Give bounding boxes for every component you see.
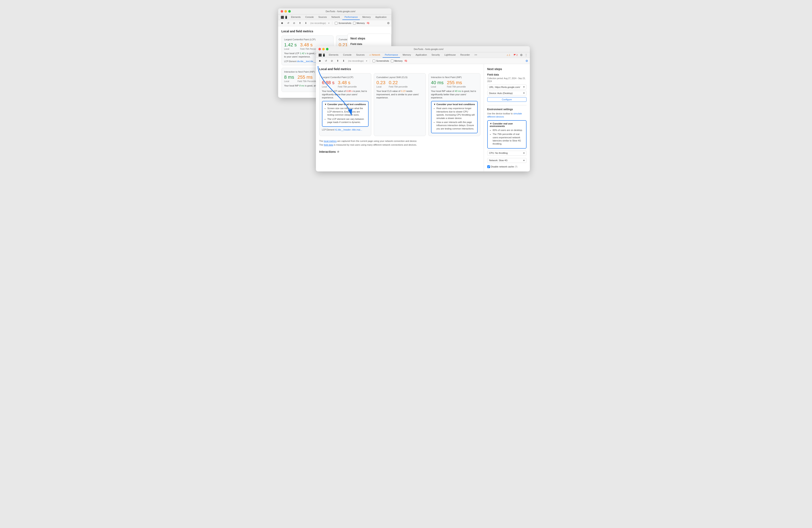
tab-network-front[interactable]: ⚠ Network (367, 52, 382, 58)
memory-input-back[interactable] (353, 22, 356, 25)
front-cls-field-label: Field 75th percentile (389, 86, 408, 88)
memory-checkbox-back[interactable]: Memory (353, 22, 365, 25)
front-inp-card-title: Interaction to Next Paint (INP) (431, 76, 478, 79)
screenshots-input-back[interactable] (335, 22, 337, 25)
front-inp-consider-box: ▼ Consider your local test conditions Re… (431, 101, 478, 133)
tab-sources-back[interactable]: Sources (316, 14, 329, 20)
front-lcp-desc: Your local LCP value of 6.88 s is poor, … (322, 90, 368, 99)
front-cls-local-value: 0.23 (377, 80, 386, 85)
back-lcp-local-group: 1.42 s Local (284, 42, 297, 50)
tab-console-front[interactable]: Console (341, 52, 353, 58)
maximize-button-back[interactable] (288, 10, 291, 13)
front-network-row: Network: Slow 4G ▾ (487, 158, 526, 164)
tab-lighthouse-front[interactable]: Lighthouse (443, 52, 458, 58)
back-inp-desc-value: 8 ms (299, 84, 304, 87)
dropdown-arrow-front[interactable]: ▾ (366, 60, 367, 62)
minimize-button-back[interactable] (285, 10, 287, 13)
tab-security-back[interactable]: Security (389, 14, 391, 20)
maximize-button-front[interactable] (326, 48, 329, 51)
front-field-data-title: Field data (487, 73, 526, 76)
front-lcp-element-link[interactable]: h1.tile__header--title.mai... (335, 128, 362, 131)
clear-btn-back[interactable]: ⊘ (292, 21, 296, 25)
separator-front (370, 59, 370, 62)
tab-badges-front: ⚠ 1 🚩 2 ⚙ ⋮ (506, 53, 528, 57)
refresh-btn-front[interactable]: ↺ (324, 59, 328, 63)
front-field-data-period: Collection period: Aug 27, 2024 - Sep 23… (487, 77, 526, 83)
tab-more-front[interactable]: >> (473, 52, 479, 58)
tab-memory-front[interactable]: Memory (401, 52, 413, 58)
front-env-desc: Use the device toolbar to simulate diffe… (487, 112, 526, 118)
front-inp-consider-list: Real users may experience longer interac… (434, 107, 475, 130)
front-lcp-desc-value: 6.88 s (346, 90, 353, 92)
back-field-data-title: Field data (350, 43, 388, 45)
upload-btn-back[interactable]: ⬆ (298, 21, 302, 25)
field-data-link[interactable]: field data (324, 144, 333, 146)
record-btn-back[interactable]: ⏺ (280, 21, 285, 25)
upload-btn-front[interactable]: ⬆ (336, 59, 340, 63)
front-metrics-grid: Largest Contentful Paint (LCP) 6.88 s Lo… (319, 73, 480, 136)
perf-settings-back[interactable]: ⚙ (387, 22, 390, 25)
screenshots-input-front[interactable] (373, 60, 375, 62)
front-cpu-row: CPU: No throttling ▾ (487, 151, 526, 157)
tab-sources-front[interactable]: Sources (354, 52, 367, 58)
tab-recorder-front[interactable]: Recorder (458, 52, 472, 58)
memory-input-front[interactable] (391, 60, 393, 62)
close-button-front[interactable] (318, 48, 321, 51)
front-device-dropdown[interactable]: Device: Auto (Desktop) ▾ (487, 91, 526, 96)
front-disable-cache-row: Disable network cache (?) (487, 166, 526, 168)
no-recordings-back: (no recordings) (309, 22, 327, 24)
back-section-title: Local and field metrics (281, 30, 388, 33)
dropdown-arrow-back[interactable]: ▾ (328, 22, 330, 25)
memory-checkbox-front[interactable]: Memory (391, 60, 403, 62)
network-warning-icon: ⚠ (369, 54, 371, 56)
no-recordings-front: (no recordings) (347, 60, 365, 62)
front-cls-card-title: Cumulative Layout Shift (CLS) (377, 76, 423, 79)
perf-settings-front[interactable]: ⚙ (525, 59, 528, 62)
front-cpu-dropdown[interactable]: CPU: No throttling ▾ (487, 151, 526, 156)
tab-memory-back[interactable]: Memory (360, 14, 373, 20)
front-lcp-field-group: 3.48 s Field 75th percentile (338, 80, 357, 88)
tab-security-front[interactable]: Security (430, 52, 442, 58)
front-interactions-title: Interactions ⊘ (319, 150, 480, 153)
front-lcp-local-value: 6.88 s (322, 80, 335, 85)
front-inp-desc-value: 40 ms (455, 90, 461, 92)
front-devtools-window: DevTools - fonts.google.com/ ⬛ 📱 Element… (316, 46, 530, 171)
front-configure-btn[interactable]: Configure (487, 97, 526, 102)
front-cls-card: Cumulative Layout Shift (CLS) 0.23 Local… (374, 73, 426, 136)
local-metrics-link[interactable]: local metrics (324, 140, 337, 142)
front-inp-field-group: 255 ms Field 75th percentile (447, 80, 466, 88)
mobile-icon-front: 📱 (322, 54, 325, 57)
tab-performance-front[interactable]: Performance (382, 52, 400, 58)
settings-icon-front[interactable]: ⚙ (520, 53, 523, 57)
tab-performance-back[interactable]: Performance (342, 14, 360, 20)
front-cls-desc: Your local CLS value of 0.23 needs impro… (377, 90, 423, 99)
front-lcp-card: Largest Contentful Paint (LCP) 6.88 s Lo… (319, 73, 371, 136)
front-network-dropdown[interactable]: Network: Slow 4G ▾ (487, 158, 526, 163)
front-footer-text: The local metrics are captured from the … (319, 139, 480, 147)
tab-elements-front[interactable]: Elements (327, 52, 340, 58)
download-btn-front[interactable]: ⬇ (342, 59, 346, 63)
front-inp-desc: Your local INP value of 40 ms is good, b… (431, 90, 478, 99)
front-env-title: Environment settings (487, 108, 526, 111)
tab-application-back[interactable]: Application (373, 14, 389, 20)
record-btn-front[interactable]: ⏺ (318, 59, 322, 63)
tab-application-front[interactable]: Application (414, 52, 429, 58)
clear-btn-front[interactable]: ⊘ (330, 59, 334, 63)
close-button-back[interactable] (281, 10, 283, 13)
tab-console-back[interactable]: Console (303, 14, 316, 20)
screenshots-checkbox-back[interactable]: Screenshots (335, 22, 351, 25)
disable-cache-help-icon[interactable]: (?) (515, 166, 517, 168)
more-button-front[interactable]: ⋮ (524, 53, 528, 57)
back-lcp-local-value: 1.42 s (284, 42, 297, 47)
screenshots-checkbox-front[interactable]: Screenshots (373, 60, 389, 62)
minimize-button-front[interactable] (322, 48, 325, 51)
disable-cache-checkbox[interactable] (487, 166, 490, 168)
refresh-btn-back[interactable]: ↺ (286, 21, 290, 25)
front-consider-real-title: ▼ Consider real user environments (490, 122, 524, 127)
front-url-dropdown[interactable]: URL: https://fonts.google.com/ ▾ (487, 85, 526, 89)
back-lcp-title: Largest Contentful Paint (LCP) (284, 38, 331, 41)
tab-elements-back[interactable]: Elements (289, 14, 303, 20)
download-btn-back[interactable]: ⬇ (304, 21, 308, 25)
back-title-bar: DevTools - fonts.google.com/ (278, 9, 391, 14)
tab-network-back[interactable]: Network (329, 14, 342, 20)
